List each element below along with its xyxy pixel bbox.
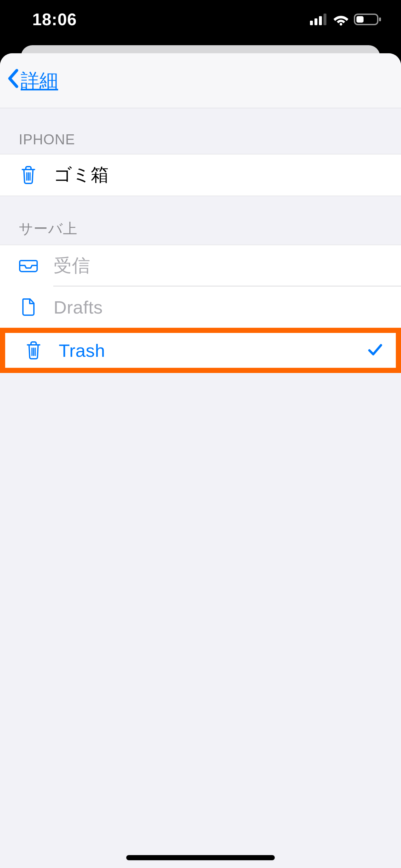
- svg-rect-2: [319, 16, 322, 25]
- trash-icon: [19, 166, 38, 184]
- svg-rect-3: [323, 13, 327, 25]
- section-header-iphone: IPHONE: [0, 108, 401, 154]
- mailbox-label: Drafts: [54, 297, 103, 318]
- section-header-server: サーバ上: [0, 196, 401, 245]
- highlight-annotation: Trash: [0, 328, 401, 373]
- chevron-left-icon: [6, 68, 19, 93]
- document-icon: [19, 298, 38, 316]
- mailbox-row-drafts[interactable]: Drafts: [0, 286, 401, 328]
- mailbox-row-inbox[interactable]: 受信: [0, 245, 401, 286]
- svg-rect-6: [357, 16, 364, 23]
- back-button[interactable]: 詳細: [6, 68, 58, 93]
- back-label: 詳細: [21, 68, 58, 93]
- mailbox-row-local-trash[interactable]: ゴミ箱: [0, 154, 401, 196]
- cellular-signal-icon: [310, 13, 328, 25]
- svg-rect-7: [379, 18, 381, 21]
- status-indicators: [310, 13, 382, 26]
- wifi-icon: [333, 13, 349, 26]
- list-group-iphone: ゴミ箱: [0, 154, 401, 196]
- svg-point-4: [340, 23, 342, 26]
- mailbox-row-trash[interactable]: Trash: [5, 333, 396, 368]
- modal-sheet: 詳細 IPHONE ゴミ箱 サーバ上: [0, 53, 401, 868]
- mailbox-label: Trash: [59, 340, 105, 361]
- mailbox-label: ゴミ箱: [54, 163, 109, 187]
- status-bar: 18:06: [0, 0, 401, 42]
- svg-rect-0: [310, 21, 313, 25]
- svg-rect-1: [314, 19, 317, 25]
- trash-icon: [24, 341, 43, 360]
- battery-icon: [354, 13, 382, 26]
- list-group-server: 受信 Drafts: [0, 245, 401, 373]
- checkmark-icon: [367, 343, 383, 358]
- home-indicator[interactable]: [126, 855, 275, 860]
- navigation-bar: 詳細: [0, 53, 401, 108]
- mailbox-label: 受信: [54, 253, 90, 278]
- inbox-icon: [19, 259, 38, 273]
- status-time: 18:06: [19, 10, 77, 29]
